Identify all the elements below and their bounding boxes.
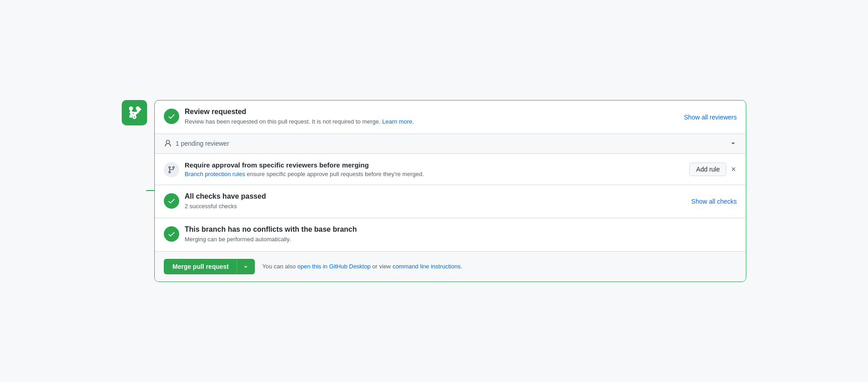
pending-reviewer-label: 1 pending reviewer [176, 140, 229, 147]
review-description: Review has been requested on this pull r… [185, 117, 414, 126]
git-icon [122, 100, 147, 125]
conflicts-left: This branch has no conflicts with the ba… [164, 225, 357, 244]
require-title: Require approval from specific reviewers… [185, 161, 424, 169]
pending-left: 1 pending reviewer [164, 139, 229, 148]
show-all-checks-link[interactable]: Show all checks [692, 198, 737, 205]
close-require-button[interactable]: × [730, 164, 737, 174]
require-actions: Add rule × [689, 162, 737, 176]
checks-pass-icon [164, 193, 179, 209]
checks-title: All checks have passed [185, 192, 266, 201]
person-icon [164, 139, 172, 148]
require-description: Branch protection rules ensure specific … [185, 171, 424, 177]
no-conflicts-icon [164, 226, 179, 242]
pending-reviewer-row[interactable]: 1 pending reviewer [155, 134, 746, 154]
review-requested-section: Review requested Review has been request… [155, 100, 746, 134]
command-line-instructions-link[interactable]: command line instructions [392, 263, 460, 270]
review-text: Review requested Review has been request… [185, 108, 414, 126]
require-text: Require approval from specific reviewers… [185, 161, 424, 177]
checks-text: All checks have passed 2 successful chec… [185, 192, 266, 211]
show-all-reviewers-link[interactable]: Show all reviewers [684, 114, 737, 121]
review-left: Review requested Review has been request… [164, 108, 414, 126]
merge-button-group: Merge pull request [164, 259, 255, 274]
branch-protection-rules-link[interactable]: Branch protection rules [185, 171, 245, 177]
merge-dropdown-button[interactable] [237, 259, 255, 274]
learn-more-link[interactable]: Learn more. [382, 118, 414, 125]
checks-section: All checks have passed 2 successful chec… [155, 185, 746, 219]
merge-hint: You can also open this in GitHub Desktop… [262, 262, 462, 271]
branch-icon [164, 162, 179, 177]
page-wrapper: Review requested Review has been request… [122, 100, 746, 282]
dropdown-chevron-icon [243, 263, 249, 270]
conflicts-text: This branch has no conflicts with the ba… [185, 225, 357, 244]
svg-point-0 [129, 108, 133, 111]
require-approval-section: Require approval from specific reviewers… [155, 154, 746, 185]
require-left: Require approval from specific reviewers… [164, 161, 424, 177]
chevron-down-icon [730, 139, 737, 148]
review-title: Review requested [185, 108, 414, 116]
connector-line [146, 190, 154, 191]
review-check-icon [164, 109, 179, 124]
no-conflicts-section: This branch has no conflicts with the ba… [155, 218, 746, 252]
conflicts-description: Merging can be performed automatically. [185, 235, 357, 244]
svg-point-1 [137, 108, 140, 111]
merge-section: Merge pull request You can also open thi… [155, 252, 746, 282]
conflicts-title: This branch has no conflicts with the ba… [185, 225, 357, 234]
add-rule-button[interactable]: Add rule [689, 162, 726, 176]
main-card: Review requested Review has been request… [154, 100, 746, 282]
open-github-desktop-link[interactable]: open this in GitHub Desktop [297, 263, 371, 270]
svg-point-2 [129, 115, 133, 118]
checks-left: All checks have passed 2 successful chec… [164, 192, 266, 211]
merge-pull-request-button[interactable]: Merge pull request [164, 259, 237, 274]
checks-description: 2 successful checks [185, 202, 266, 211]
